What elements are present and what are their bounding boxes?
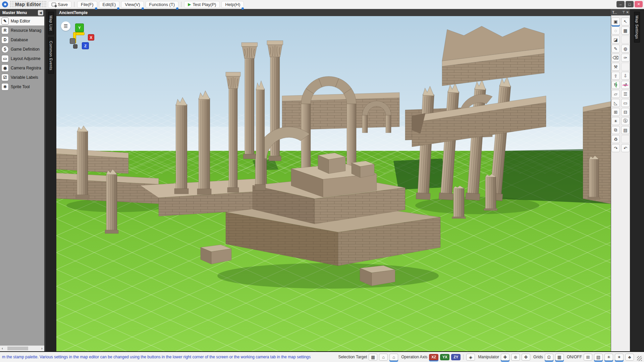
sidebar-item-game-definition[interactable]: S Game Definition [0,45,44,54]
map-editor-window: ✱ Map Editor Save File(F) Edit(E) View(V… [0,0,644,362]
manipulator-move-button[interactable]: ✚ [501,354,509,361]
app-icon[interactable]: ✱ [2,1,8,7]
sidebar-item-sprite-tool[interactable]: ✻ Sprite Tool [0,82,44,91]
tool-fill[interactable]: ◍ [621,45,630,53]
menu-file[interactable]: File(F) [77,1,97,8]
gizmo-x-axis[interactable]: X [88,34,94,41]
tool-select[interactable]: ▣ [611,17,620,25]
viewport-title-bar: AncientTemple [56,9,611,16]
light-icon: ☀ [614,119,618,124]
tool-paste[interactable]: ▤ [621,126,630,134]
tool-combine[interactable]: ⊞ [611,108,620,116]
combine-icon: ⊞ [614,110,618,115]
selection-target-objects-button[interactable]: ⌂ [379,354,388,361]
window-title: Map Editor [10,1,46,8]
redo-icon: ↷ [614,146,618,151]
gizmo-cube [73,44,77,49]
tool-eraser[interactable]: ⌫ [611,54,620,62]
axis-zy-button[interactable]: ZY [451,354,461,360]
ellipse-select-icon: ◌ [614,28,617,33]
tool-picker[interactable]: ✑ [621,54,630,62]
tool-delete[interactable]: ♻ [611,135,620,143]
gizmo-z-axis[interactable]: Z [82,42,89,49]
tool-light[interactable]: ☀ [611,117,620,125]
gizmo-y-axis[interactable]: Y [75,23,84,32]
resize-grip[interactable] [637,356,642,361]
scrollbar-thumb[interactable] [7,347,28,350]
sidebar-item-map-editor[interactable]: ✎ Map Editor [0,17,44,25]
axis-gizmo[interactable]: Y X Z [70,23,99,54]
sidebar-item-layout-adjustment[interactable]: ▭ Layout Adjustme [0,54,44,63]
tool-slope[interactable]: ▱ [611,90,620,98]
menu-functions[interactable]: Functions (T) [146,1,179,8]
tool-pen[interactable]: ✎ [611,45,620,53]
app-icon-glyph: ✱ [3,2,6,7]
tool-stairs[interactable]: ☰ [621,90,630,98]
tool-separate[interactable]: ⊟ [621,108,630,116]
sidebar-item-label: Map Editor [11,19,30,23]
sidebar-hscrollbar[interactable]: ‹ › [0,346,44,351]
menu-help[interactable]: Help(H) [221,1,244,8]
axis-xz-button[interactable]: XZ [429,354,438,360]
sidebar-item-database[interactable]: D Database [0,36,44,44]
tab-map-list[interactable]: Map List [48,12,54,35]
test-play-button[interactable]: ▶ Test Play(P) [184,1,220,8]
fill-icon: ◍ [624,46,627,51]
tool-redo[interactable]: ↷ [611,144,620,152]
menu-functions-label: Functions (T) [149,2,175,7]
selection-target-locked-button[interactable]: ⌂ [389,354,398,361]
manipulator-rotate-button[interactable]: ⊕ [511,354,520,361]
tool-shovel[interactable]: ⚒ [611,63,620,71]
onoff-label: ON/OFF [567,355,582,359]
tool-ramp[interactable]: ◺ [611,99,620,107]
manipulator-scale-button[interactable]: ✥ [522,354,530,361]
vegetation-icon: ♣ [628,355,631,360]
tool-raise-terrain[interactable]: ⇧ [611,72,620,80]
scroll-right-icon[interactable]: › [40,347,44,350]
sidebar-item-camera-registration[interactable]: ◉ Camera Registra [0,64,44,72]
tool-select-freehand[interactable]: ↖ [621,17,630,25]
eraser-icon: ⌫ [612,55,619,60]
tool-select-block[interactable]: ▦ [621,26,630,35]
menu-view[interactable]: View(V) [121,1,144,8]
maximize-button[interactable]: □ [626,1,634,7]
sidebar-item-resource-manager[interactable]: R Resource Manag [0,26,44,35]
grid-display-button[interactable]: ▦ [555,354,564,361]
save-button[interactable]: Save [48,1,71,8]
close-button[interactable]: ✕ [635,1,643,7]
minimize-button[interactable]: – [616,1,625,7]
axis-yx-button[interactable]: YX [440,354,449,360]
close-icon[interactable]: ✕ [626,10,629,14]
tab-common-events[interactable]: Common Events [48,37,54,74]
selection-target-terrain-button[interactable]: ▦ [369,354,377,361]
menu-edit[interactable]: Edit(E) [99,1,120,8]
pin-icon[interactable]: ⊤ [622,10,625,14]
viewport-menu-button[interactable]: ☰ [61,21,70,31]
grid-snap-button[interactable]: Ω [545,354,553,361]
tool-select-face[interactable]: ◪ [611,36,620,44]
toggle-lighting-button[interactable]: ☀ [604,354,613,361]
game-definition-icon: S [1,46,9,53]
tool-box[interactable]: ▭ [621,99,630,107]
stamp-button[interactable]: ◈ [466,354,475,361]
toggle-effects-button[interactable]: ✶ [615,354,624,361]
toggle-vegetation-button[interactable]: ♣ [625,354,634,361]
tool-rotate-horizontal[interactable]: ↺ [621,81,630,89]
tool-lower-terrain[interactable]: ⇩ [621,72,630,80]
collapse-sidebar-button[interactable]: ◀ [38,10,43,15]
tool-empty [621,36,630,44]
tool-select-ellipse[interactable]: ◌ [611,26,620,35]
tool-undo[interactable]: ↶ [621,144,630,152]
toggle-windows-button[interactable]: ⊞ [584,354,592,361]
scene-3d[interactable] [56,16,611,351]
tab-map-settings[interactable]: Map Settings [634,12,640,43]
tool-rotate-vertical[interactable]: ↻ [611,81,620,89]
scroll-left-icon[interactable]: ‹ [0,347,5,350]
tool-copy[interactable]: ⧉ [611,126,620,134]
toggle-terrain-button[interactable]: ▧ [594,354,603,361]
scene-container[interactable]: ☰ Y X Z [56,16,611,351]
sidebar-item-variable-labels[interactable]: ☑ Variable Labels [0,73,44,82]
event-icon: Ⓢ [623,118,628,124]
tool-event[interactable]: Ⓢ [621,117,630,125]
selection-target-label: Selection Target [338,355,367,359]
